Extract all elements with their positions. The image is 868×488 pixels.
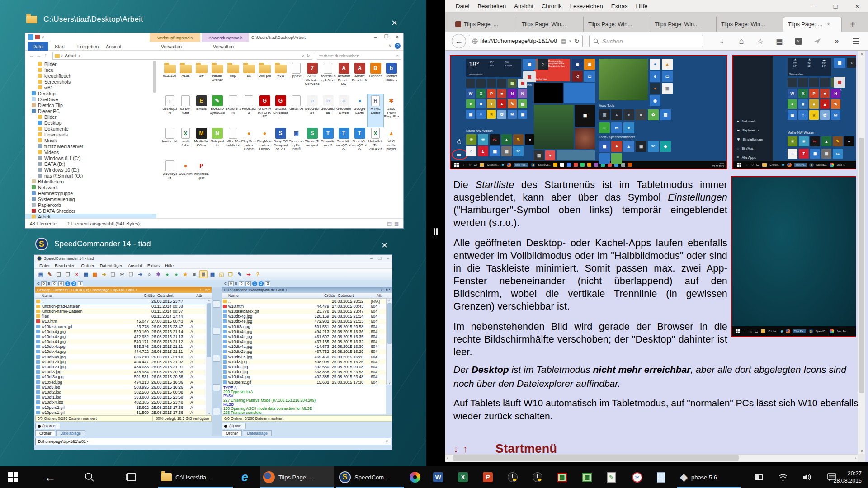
- overflow-icon[interactable]: »: [830, 35, 844, 47]
- send-tab-icon[interactable]: [811, 35, 824, 47]
- file-item[interactable]: Pwinprosa.pdf: [193, 160, 209, 192]
- tab-dateiablage[interactable]: Dateiablage: [243, 430, 271, 436]
- sc-close-icon[interactable]: ×: [382, 239, 387, 251]
- explorer-close-icon[interactable]: ×: [392, 17, 397, 29]
- sidebar-item[interactable]: Windows 10 (E:): [25, 167, 156, 173]
- sc-menu-ordner[interactable]: Ordner: [79, 263, 97, 268]
- taskbar-button-edge[interactable]: e: [239, 466, 251, 488]
- file-row[interactable]: w10dtx4e.jpg472.98226.08.2015 21:13604: [222, 319, 386, 324]
- file-row[interactable]: w10dtx4b.jpg636.21026.08.2015 21:10A: [35, 354, 206, 359]
- sc-drivebar-left[interactable]: C0E00123: [37, 280, 83, 287]
- sidebar-item[interactable]: Desktop: [25, 120, 156, 126]
- file-row[interactable]: w10dtx2b.jpg404.44726.08.2015 21:02A: [35, 359, 206, 364]
- toolbar-icon[interactable]: ➔: [100, 270, 108, 278]
- sc-menu-bearbeiten[interactable]: Bearbeiten: [52, 263, 78, 268]
- file-item[interactable]: ○GeoGebra-web: [336, 94, 352, 127]
- menu-bearbeiten[interactable]: Bearbeiten: [473, 3, 510, 9]
- file-item[interactable]: lawine.txt: [162, 127, 178, 160]
- maximize-icon[interactable]: ❐: [378, 256, 382, 261]
- drive-item[interactable]: 0: [52, 281, 57, 286]
- sc-tablet-titlebar[interactable]: S SpeedCommander 14 - tiad: [35, 238, 151, 250]
- task-view-button[interactable]: [123, 466, 140, 488]
- file-item[interactable]: XUnts-Kd-Ti-2014.xls: [368, 127, 383, 160]
- file-row[interactable]: w10dtx4a.jpg414.67326.08.2015 16:30604: [222, 344, 386, 349]
- file-row[interactable]: w10dtx2a.jpg434.08326.08.2015 21:01A: [35, 364, 206, 369]
- file-item[interactable]: txt: [241, 62, 257, 94]
- explorer-tablet-titlebar[interactable]: C:\Users\tiad\Desktop\Arbeit: [26, 15, 143, 24]
- sidebar-item[interactable]: nas (\\Simfuji) (O:): [25, 173, 156, 178]
- startmenu-sidebar-item[interactable]: ✱Einstellungen: [737, 137, 763, 141]
- taskbar-button-dynageo-1[interactable]: [505, 466, 520, 488]
- toolbar-icon[interactable]: ●: [172, 270, 180, 278]
- tray-wifi-icon[interactable]: [771, 466, 795, 488]
- mid-icon[interactable]: [213, 355, 220, 362]
- file-item[interactable]: 77-PDF Website Converter: [304, 62, 320, 94]
- toolbar-icon[interactable]: ❏: [55, 270, 63, 278]
- file-item[interactable]: AAcrobat Reader DC: [336, 62, 352, 94]
- file-item[interactable]: ✎EUKLID DynaGeo: [209, 94, 225, 127]
- file-item[interactable]: GG Data Shredder - Verknüpfung: [273, 94, 288, 127]
- horizontal-scrollbar[interactable]: ‹ ›: [445, 454, 858, 462]
- sidebar-item[interactable]: Arbeit: [25, 214, 156, 218]
- menu-extras[interactable]: Extras: [607, 3, 632, 9]
- toolbar-icon[interactable]: ❏: [109, 270, 117, 278]
- maximize-icon[interactable]: ❐: [384, 34, 389, 40]
- taskbar-button-jasc[interactable]: [407, 466, 423, 488]
- sc-right-pathbar[interactable]: FTP-Standorte › www.tilp-wn.de › w81 › \…: [222, 287, 392, 293]
- sc-right-tab[interactable]: (3) w81: [222, 423, 246, 429]
- minimize-icon[interactable]: –: [803, 0, 825, 13]
- path-icons[interactable]: \ .. b *: [381, 288, 390, 292]
- sc-right-panetabs[interactable]: Ordner Dateiablage: [222, 430, 272, 436]
- file-row[interactable]: w10dt2.jpg302.56026.08.2015 00:08A: [35, 389, 206, 394]
- tab-5[interactable]: Tilps Page: Win...: [717, 17, 783, 32]
- column-headers[interactable]: NameGrößeGeändertAttr: [222, 293, 392, 299]
- sc-menu-hilfe[interactable]: Hilfe: [163, 263, 176, 268]
- mid-icon[interactable]: [213, 300, 220, 308]
- drive-item[interactable]: C: [224, 282, 227, 286]
- ribbon-tab-verwalten-1[interactable]: Verwalten: [156, 42, 186, 51]
- file-item[interactable]: ✱Jasc Paint Shop Pro 9: [383, 94, 399, 127]
- drive-item[interactable]: 3: [265, 281, 270, 286]
- back-icon[interactable]: ←: [29, 52, 34, 59]
- minimize-icon[interactable]: –: [370, 256, 373, 261]
- minimize-icon[interactable]: –: [374, 34, 377, 40]
- reload-icon[interactable]: ↻: [574, 38, 580, 45]
- taskbar-button-notes[interactable]: [654, 466, 668, 488]
- sc-right-tabrow[interactable]: (3) w81: [222, 422, 392, 429]
- sidebar-item[interactable]: Musik: [25, 137, 156, 143]
- menu-datei[interactable]: Datei: [452, 3, 473, 9]
- taskbar-button-explorer[interactable]: C:\Users\tia...: [158, 466, 233, 488]
- file-item[interactable]: FAUL.933: [241, 94, 257, 127]
- start-button[interactable]: [5, 466, 21, 488]
- file-item[interactable]: ○GeoGebra4: [304, 94, 320, 127]
- file-item[interactable]: TTeamViewerQS_de-idcxuynmr9.exe: [352, 127, 368, 160]
- drive-item[interactable]: 1: [65, 281, 70, 286]
- file-item[interactable]: AAdobe Reader X: [352, 62, 368, 94]
- refresh-icon[interactable]: ↻: [307, 53, 310, 58]
- sidebar-item[interactable]: Netzwerk: [25, 184, 156, 190]
- help-icon[interactable]: ?: [395, 43, 401, 49]
- drive-item[interactable]: 3: [78, 281, 83, 286]
- drive-item[interactable]: 0: [228, 281, 234, 286]
- ribbon-tab-ansicht[interactable]: Ansicht: [101, 42, 126, 51]
- sc-titlebar[interactable]: SpeedCommander 14 - tiad –❐×: [34, 255, 392, 262]
- toolbar-icon[interactable]: ❐: [64, 270, 72, 278]
- scrollbar-thumb[interactable]: [453, 455, 739, 461]
- file-row[interactable]: w10d3.jpg508.99526.08.2015 16:26A: [35, 385, 206, 389]
- file-row[interactable]: files02.11.2014 17:44: [35, 314, 206, 319]
- drive-item[interactable]: 1: [252, 281, 257, 286]
- toolbar-icon[interactable]: ▩: [91, 270, 99, 278]
- file-item[interactable]: MMediathekView: [193, 127, 209, 160]
- taskbar-button-timetable-2[interactable]: ▦: [580, 466, 594, 488]
- taskbar-button-timetable-1[interactable]: ▦: [555, 466, 570, 488]
- file-row[interactable]: w10x4d.jpg494.21326.08.2015 16:36A: [35, 380, 206, 385]
- file-item[interactable]: Neuer Ordner: [209, 62, 225, 94]
- file-row[interactable]: w10dtx4d.jpg494.21326.08.2015 16:36604: [222, 329, 386, 334]
- mid-icon[interactable]: [213, 384, 220, 391]
- mid-icon[interactable]: [213, 408, 220, 415]
- menu-chronik[interactable]: Chronik: [538, 3, 566, 9]
- sidebar-item[interactable]: G DATA Shredder: [25, 208, 156, 214]
- sc-left-tab[interactable]: (D) w81: [35, 423, 60, 429]
- taskbar-button-dynageo-2[interactable]: [530, 466, 545, 488]
- nav-pane-scrollbar[interactable]: [153, 61, 156, 93]
